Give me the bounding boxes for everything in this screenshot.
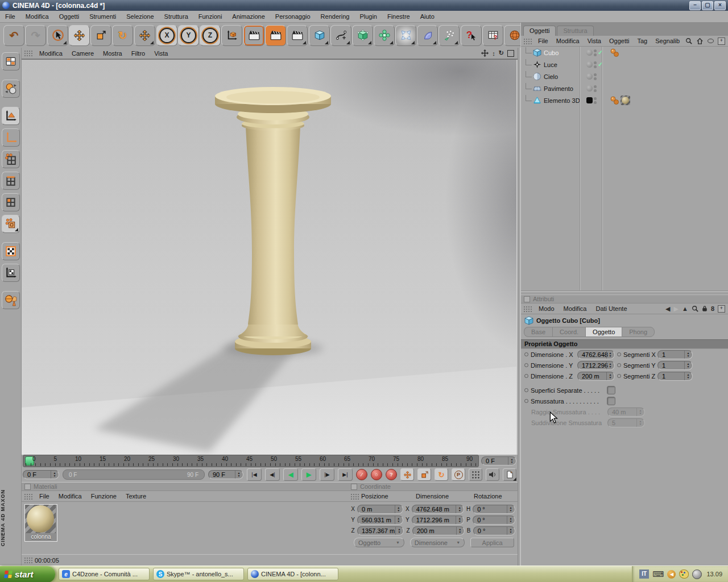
coordinate-system-button[interactable] — [221, 25, 242, 46]
object-row-cielo[interactable]: Cielo — [521, 70, 728, 82]
panel-pin-icon[interactable] — [351, 484, 357, 490]
phong-tag-icon[interactable] — [610, 95, 619, 105]
menu-item[interactable]: Rendering — [316, 13, 355, 20]
tab-struttura[interactable]: Struttura — [557, 26, 593, 36]
object-name[interactable]: Luce — [544, 61, 585, 68]
update-tray-icon[interactable] — [692, 569, 702, 579]
keyframe-dot-icon[interactable] — [524, 388, 528, 392]
viewport-menu-item[interactable]: Filtro — [127, 50, 150, 57]
panel-grip[interactable] — [350, 493, 359, 500]
play-forward-button[interactable]: ▶ — [301, 468, 316, 481]
autokey-button[interactable]: ○ — [371, 469, 382, 480]
om-menu-item[interactable]: File — [534, 38, 552, 44]
menu-item[interactable]: Plugin — [354, 13, 382, 20]
object-name[interactable]: Pavimento — [544, 85, 585, 92]
model-mode-button[interactable] — [2, 107, 20, 125]
object-properties-section-header[interactable]: Proprietà Oggetto — [521, 339, 728, 349]
panel-pin-icon[interactable] — [24, 484, 31, 490]
rotation-p-field[interactable]: 0 °▲▼ — [473, 516, 515, 525]
object-library-button[interactable] — [2, 291, 20, 309]
taskbar-item-cinema4d[interactable]: CINEMA 4D - [colonn... — [247, 568, 338, 580]
menu-item[interactable]: Struttura — [159, 13, 193, 20]
record-options-button[interactable]: ? — [386, 469, 397, 480]
record-position-toggle[interactable] — [400, 468, 414, 481]
object-row-elemento-3d[interactable]: Elemento 3D — [521, 94, 728, 106]
point-mode-button[interactable] — [2, 150, 20, 168]
content-browser-button[interactable]: ? — [482, 25, 503, 46]
spinner-icon[interactable]: ▲▼ — [235, 471, 242, 479]
move-tool-button[interactable] — [69, 25, 90, 46]
goto-end-button[interactable]: ▶| — [338, 468, 353, 481]
materials-title-row[interactable]: Materiali — [22, 482, 348, 491]
history-back-icon[interactable]: ◀ — [665, 305, 670, 313]
maximize-view-icon[interactable] — [507, 50, 514, 57]
pan-view-icon[interactable] — [481, 49, 489, 57]
taskbar-item-c4dzone[interactable]: e C4Dzone - Comunità ... — [59, 568, 150, 580]
tab-coord[interactable]: Coord. — [552, 327, 585, 337]
eye-icon[interactable] — [708, 39, 714, 43]
keyframe-dot-icon[interactable] — [524, 352, 528, 356]
panel-grip[interactable] — [24, 557, 32, 563]
position-z-field[interactable]: 1357.367 m▲▼ — [357, 526, 404, 535]
fillet-checkbox[interactable] — [607, 397, 615, 405]
attributes-title-row[interactable]: Attributi — [521, 294, 728, 304]
visibility-dots[interactable] — [585, 97, 606, 104]
panel-grip[interactable] — [523, 306, 532, 312]
lock-x-axis-button[interactable]: X — [156, 25, 177, 46]
add-modeling-object-button[interactable] — [374, 25, 395, 46]
add-primitive-button[interactable] — [309, 25, 330, 46]
viewport-menu-item[interactable]: Modifica — [35, 50, 67, 57]
dimension-x-input[interactable]: 4762.648▲▼ — [577, 350, 615, 359]
panel-grip[interactable] — [523, 38, 532, 44]
keyboard-tray-icon[interactable]: ⌨ — [652, 569, 664, 579]
enabled-check-icon[interactable]: ✓ — [598, 61, 603, 68]
segments-x-input[interactable]: 1▲▼ — [657, 350, 693, 359]
panel-pin-icon[interactable] — [524, 296, 530, 302]
tweak-mode-button[interactable] — [2, 215, 20, 233]
object-name[interactable]: Cielo — [544, 73, 585, 80]
range-end-field[interactable]: 90 F ▲▼ — [208, 470, 243, 479]
record-pla-toggle[interactable] — [469, 468, 482, 481]
materials-menu-item[interactable]: Funzione — [86, 493, 121, 500]
om-menu-item[interactable]: Vista — [584, 38, 605, 44]
menu-item[interactable]: Modifica — [20, 13, 54, 20]
render-view-button[interactable] — [243, 25, 264, 46]
language-indicator[interactable]: IT — [639, 569, 649, 579]
menu-item[interactable]: Oggetti — [54, 13, 84, 20]
history-forward-icon[interactable]: ▶ — [674, 305, 679, 313]
visibility-dots[interactable]: ✓ — [585, 61, 606, 68]
coordinate-mode-dropdown[interactable]: Oggetto▼ — [354, 538, 404, 547]
materials-menu-item[interactable]: File — [35, 493, 54, 500]
om-menu-item[interactable]: Segnalib — [651, 38, 684, 44]
scale-tool-button[interactable] — [90, 25, 111, 46]
restore-button[interactable]: ▢ — [702, 1, 713, 10]
start-button[interactable]: start — [0, 566, 55, 582]
keyframe-dot-icon[interactable] — [617, 374, 621, 378]
close-button[interactable]: × — [714, 1, 726, 10]
menu-item[interactable]: File — [0, 13, 20, 20]
render-settings-button[interactable] — [287, 25, 308, 46]
document-options-button[interactable] — [503, 468, 516, 481]
record-parameter-toggle[interactable]: P — [452, 468, 465, 481]
preview-range-slider[interactable]: 0 F 90 F — [63, 469, 205, 480]
add-panel-icon[interactable]: + — [718, 305, 725, 313]
object-row-pavimento[interactable]: Pavimento — [521, 82, 728, 94]
play-backward-button[interactable]: ◀ — [283, 468, 298, 481]
object-row-luce[interactable]: Luce ✓ — [521, 59, 728, 70]
spinner-icon[interactable]: ▲▼ — [51, 471, 58, 479]
menu-item[interactable]: Funzioni — [193, 13, 228, 20]
record-keyframe-button[interactable]: ⁄ — [356, 469, 367, 480]
sound-toggle[interactable] — [486, 468, 499, 481]
materials-menu-item[interactable]: Texture — [121, 493, 151, 500]
position-y-field[interactable]: 560.931 m▲▼ — [357, 516, 403, 525]
add-environment-button[interactable] — [417, 25, 438, 46]
redo-button[interactable]: ↷ — [25, 25, 46, 46]
dimension-z-input[interactable]: 200 m▲▼ — [577, 372, 615, 381]
visibility-dots[interactable]: ✓ — [585, 49, 606, 56]
taskbar-item-skype[interactable]: S Skype™ - antonello_s... — [153, 568, 244, 580]
separate-surfaces-checkbox[interactable] — [607, 386, 615, 394]
keyframe-dot-icon[interactable] — [617, 352, 621, 356]
lock-y-axis-button[interactable]: Y — [178, 25, 199, 46]
materials-menu-item[interactable]: Modifica — [54, 493, 86, 500]
next-key-button[interactable]: |▶ — [320, 468, 334, 481]
